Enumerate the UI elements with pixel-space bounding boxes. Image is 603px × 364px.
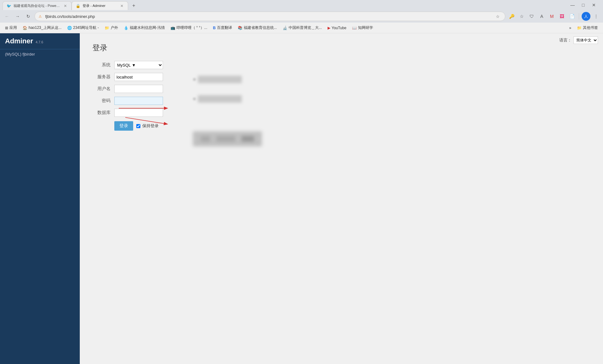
adminer-version: 4.7.6 [35,40,43,44]
autocomplete-block-bottom [193,131,262,146]
hint1-icon [193,78,196,81]
adminer-sidebar: Adminer 4.7.6 (MySQL) fjbirder [0,33,80,364]
server-label: 服务器 [92,71,114,83]
tab2-title: 登录 - Adminer [83,3,117,8]
content-area: Adminer 4.7.6 (MySQL) fjbirder 语言： 简体中文 … [0,33,603,364]
server-input[interactable] [114,73,163,81]
key-icon[interactable]: 🔑 [507,12,516,21]
bookmark-zhihu-label: 知网研学 [358,25,373,30]
hint2-text [198,95,242,103]
profile-button[interactable]: 人 [582,12,590,21]
username-label: 用户名 [92,83,114,95]
bookmark-star-icon[interactable]: ☆ [517,12,526,21]
tab-2[interactable]: 🔒 登录 - Adminer ✕ [72,1,128,10]
adminer-db-label: (MySQL) fjbirder [0,49,80,59]
bookmark-youtube[interactable]: ▶ YouTube [325,24,349,32]
bookmark-apps[interactable]: ⊞ 应用 [3,24,19,32]
photos-icon[interactable]: 🖼 [557,12,566,21]
bookmark-water-label: 福建水利信息网-汛情 [130,25,165,30]
username-input[interactable] [114,85,163,93]
forward-button[interactable]: → [13,12,22,21]
tab-strip: 🐦 福建省观鸟协会论坛 - Powered ✕ 🔒 登录 - Adminer ✕… [3,0,568,10]
adminer-logo-text: Adminer [5,37,33,45]
tab1-title: 福建省观鸟协会论坛 - Powered [14,3,61,8]
refresh-button[interactable]: ↻ [24,12,33,21]
bookmark-zhihu[interactable]: 📖 知网研学 [350,24,376,32]
tab-1[interactable]: 🐦 福建省观鸟协会论坛 - Powered ✕ [3,1,72,10]
bookmark-apps-label: 应用 [9,25,17,30]
database-input[interactable] [114,109,163,117]
new-tab-button[interactable]: + [129,1,138,10]
bookmark-bilibili[interactable]: 📺 哔哩哔哩（ ° °）... [168,24,210,32]
minimize-button[interactable]: — [568,1,577,9]
bookmark-other[interactable]: 📁 其他书签 [574,24,600,32]
keep-login-checkbox[interactable] [136,124,140,128]
keep-login-label: 保持登录 [136,123,159,129]
hint1-text [198,76,242,83]
water-icon: 💧 [124,26,128,30]
bookmark-more-button[interactable]: » [567,24,574,32]
hint-bottom-block [193,131,262,146]
bookmark-other-label: 其他书签 [583,25,598,30]
browser-frame: 🐦 福建省观鸟协会论坛 - Powered ✕ 🔒 登录 - Adminer ✕… [0,0,603,364]
hint-bottom-piece3 [242,136,254,142]
tab1-favicon: 🐦 [7,4,11,8]
login-button[interactable]: 登录 [114,121,133,131]
bookmark-more-label: » [569,26,571,30]
password-label: 密码 [92,95,114,107]
bookmark-water[interactable]: 💧 福建水利信息网-汛情 [121,24,167,32]
hint2-icon [193,97,196,101]
outdoor-icon: 📁 [105,26,109,30]
tab2-close-button[interactable]: ✕ [120,3,124,8]
system-select[interactable]: MySQL ▼ [114,61,163,69]
security-warning: ⚠ [39,14,43,19]
maximize-button[interactable]: □ [579,1,587,9]
bookmark-education-label: 福建省教育信息统... [244,25,277,30]
tab1-close-button[interactable]: ✕ [63,3,68,8]
bookmark-science-label: 中国科普博览＿大... [289,25,322,30]
adminer-logo: Adminer 4.7.6 [0,33,80,49]
bookmark-outdoor[interactable]: 📁 户外 [102,24,121,32]
bookmark-hao123[interactable]: 🏠 hao123_上网从这... [20,24,64,32]
toolbar-divider [579,13,579,19]
baidu-icon: B [213,26,216,30]
bookmark-science[interactable]: 🔬 中国科普博览＿大... [280,24,324,32]
back-button[interactable]: ← [3,12,11,21]
keep-login-text: 保持登录 [142,123,159,129]
autocomplete-hint-2 [193,95,242,103]
url-text: fjbirds.cn/tools/adminer.php [45,14,492,19]
password-input[interactable] [114,97,163,105]
bookmark-education[interactable]: 📚 福建省教育信息统... [235,24,280,32]
bookmark-2345[interactable]: 🌐 2345网址导航 - [65,24,101,32]
url-bar[interactable]: ⚠ fjbirds.cn/tools/adminer.php ☆ [35,12,505,21]
language-select[interactable]: 简体中文 English [573,36,598,44]
form-row-system: 系统 MySQL ▼ [92,59,166,71]
hao123-icon: 🏠 [23,26,27,30]
language-label: 语言： [559,37,572,43]
docs-icon[interactable]: 📄 [568,12,576,21]
form-table: 系统 MySQL ▼ 服务器 用户名 [92,59,166,133]
title-bar: 🐦 福建省观鸟协会论坛 - Powered ✕ 🔒 登录 - Adminer ✕… [0,0,603,10]
right-toolbar: 🔑 ☆ 🛡 A M 🖼 📄 人 ⋮ [507,12,600,21]
form-row-username: 用户名 [92,83,166,95]
apps-icon: ⊞ [5,26,8,30]
autocomplete-hint-1 [193,76,242,83]
shield-icon[interactable]: 🛡 [527,12,536,21]
bookmark-baidu[interactable]: B 百度翻译 [210,24,235,32]
system-label: 系统 [92,59,114,71]
form-row-database: 数据库 [92,107,166,119]
form-row-password: 密码 [92,95,166,107]
form-row-submit: 登录 保持登录 [92,119,166,133]
science-icon: 🔬 [283,26,287,30]
menu-button[interactable]: ⋮ [592,12,600,21]
gmail-icon[interactable]: M [547,12,556,21]
hint-bottom-piece1 [201,136,210,142]
bookmark-2345-label: 2345网址导航 - [73,25,99,30]
bookmarks-bar: ⊞ 应用 🏠 hao123_上网从这... 🌐 2345网址导航 - 📁 户外 … [0,23,603,33]
bookmark-hao123-label: hao123_上网从这... [29,25,62,30]
close-button[interactable]: ✕ [590,1,598,9]
star-icon[interactable]: ☆ [494,13,501,20]
database-label: 数据库 [92,107,114,119]
language-selector: 语言： 简体中文 English [559,36,598,44]
translate-icon[interactable]: A [537,12,546,21]
